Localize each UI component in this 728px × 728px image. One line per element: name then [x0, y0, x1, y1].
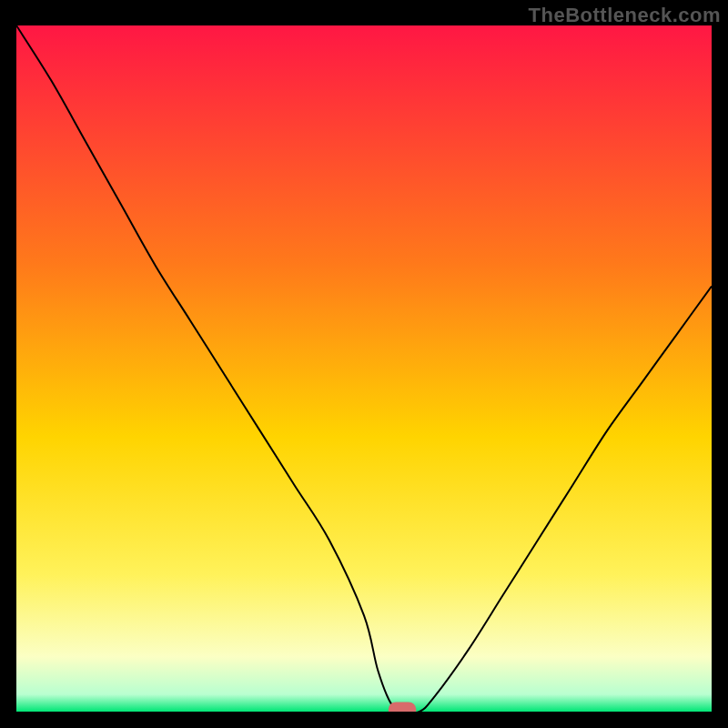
chart-frame: TheBottleneck.com [0, 0, 728, 728]
chart-svg [16, 25, 712, 712]
attribution-label: TheBottleneck.com [529, 4, 721, 27]
gradient-background [16, 25, 712, 712]
plot-area [16, 25, 712, 712]
minimum-marker [389, 702, 417, 712]
